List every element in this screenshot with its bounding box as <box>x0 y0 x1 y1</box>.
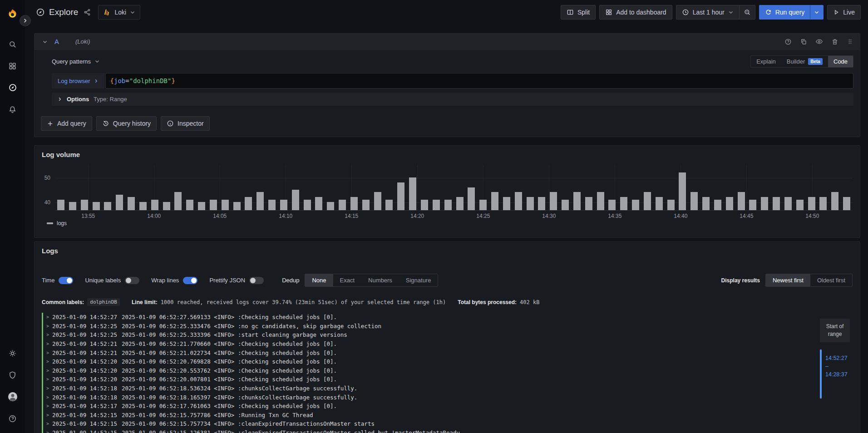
query-row-header[interactable]: A (Loki) <box>35 34 860 50</box>
expand-log-chevron-icon[interactable]: > <box>46 341 49 346</box>
datasource-picker[interactable]: Loki <box>98 5 140 20</box>
log-volume-bar <box>116 195 123 210</box>
log-row[interactable]: >2025-01-09 14:52:152025-01-09 06:52:15.… <box>42 411 801 420</box>
query-editor-body: Query patterns Explain Builder Beta Code <box>35 50 860 111</box>
order-option-oldest-first[interactable]: Oldest first <box>810 274 852 286</box>
play-icon <box>833 9 839 15</box>
query-options-toggle[interactable]: Options Type: Range <box>52 93 853 106</box>
sidebar-item-search[interactable] <box>0 33 25 55</box>
dedup-option-signature[interactable]: Signature <box>399 274 438 286</box>
collapse-query-row-button[interactable] <box>42 39 48 44</box>
expand-log-chevron-icon[interactable]: > <box>46 359 49 364</box>
range-to-time: 14:52:27 <box>825 355 848 361</box>
log-timestamp: 2025-01-09 14:52:25 <box>52 331 117 338</box>
expand-log-chevron-icon[interactable]: > <box>46 377 49 382</box>
log-volume-bar <box>444 200 452 210</box>
toggle-wrap-lines: Wrap lines <box>151 277 197 284</box>
log-row[interactable]: >2025-01-09 14:52:202025-01-09 06:52:20.… <box>42 366 801 375</box>
sidebar-item-dashboards[interactable] <box>0 55 25 77</box>
expand-log-chevron-icon[interactable]: > <box>46 395 49 400</box>
legend-series-swatch[interactable] <box>47 222 53 224</box>
sidebar-item-help[interactable] <box>0 408 25 429</box>
log-row[interactable]: >2025-01-09 14:52:172025-01-09 06:52:17.… <box>42 402 801 411</box>
log-volume-bar <box>315 197 322 210</box>
log-volume-bar <box>374 192 381 210</box>
toggle-switch-time[interactable] <box>59 277 73 284</box>
loki-logo-icon <box>103 9 111 16</box>
order-option-newest-first[interactable]: Newest first <box>766 274 810 286</box>
inspector-button[interactable]: Inspector <box>161 116 210 131</box>
expand-log-chevron-icon[interactable]: > <box>46 315 49 320</box>
hide-query-eye-icon[interactable] <box>815 38 823 45</box>
zoom-out-time-button[interactable] <box>739 5 755 20</box>
expand-log-chevron-icon[interactable]: > <box>46 413 49 418</box>
dedup-option-exact[interactable]: Exact <box>333 274 362 286</box>
log-browser-button[interactable]: Log browser <box>52 73 104 89</box>
expand-log-chevron-icon[interactable]: > <box>46 350 49 355</box>
log-row[interactable]: >2025-01-09 14:52:212025-01-09 06:52:21.… <box>42 348 801 357</box>
log-row[interactable]: >2025-01-09 14:52:182025-01-09 06:52:18.… <box>42 393 801 402</box>
log-volume-bar <box>491 192 498 210</box>
toggle-switch-prettify-json[interactable] <box>249 277 264 284</box>
legend-series-label[interactable]: logs <box>57 220 67 226</box>
expand-log-chevron-icon[interactable]: > <box>46 430 49 433</box>
tab-builder[interactable]: Builder Beta <box>781 56 828 67</box>
live-button[interactable]: Live <box>827 5 861 20</box>
log-row[interactable]: >2025-01-09 14:52:272025-01-09 06:52:27.… <box>42 313 801 322</box>
help-circle-icon[interactable] <box>784 38 792 45</box>
range-selection-bar[interactable] <box>820 349 822 399</box>
log-volume-plot[interactable]: 5040 <box>55 164 853 211</box>
log-row[interactable]: >2025-01-09 14:52:202025-01-09 06:52:20.… <box>42 357 801 366</box>
log-row[interactable]: >2025-01-09 14:52:182025-01-09 06:52:18.… <box>42 384 801 393</box>
expand-log-chevron-icon[interactable]: > <box>46 386 49 391</box>
log-row[interactable]: >2025-01-09 14:52:152025-01-09 06:52:15.… <box>42 428 801 433</box>
logs-meta-row: Common labels: dolphinDB Line limit: 100… <box>42 298 853 306</box>
toggle-label: Time <box>42 277 54 284</box>
split-button[interactable]: Split <box>561 5 596 20</box>
copy-query-icon[interactable] <box>800 38 807 45</box>
toggle-switch-wrap-lines[interactable] <box>183 277 197 284</box>
expand-log-chevron-icon[interactable]: > <box>46 403 49 408</box>
add-query-button[interactable]: Add query <box>41 116 92 131</box>
sidebar-item-alerting[interactable] <box>0 98 25 120</box>
log-volume-bar <box>69 202 76 210</box>
sidebar-item-settings[interactable] <box>0 342 25 364</box>
sidebar-item-security[interactable] <box>0 364 25 386</box>
query-ref-id[interactable]: A <box>54 38 75 45</box>
log-row[interactable]: >2025-01-09 14:52:212025-01-09 06:52:21.… <box>42 340 801 349</box>
drag-handle-icon[interactable] <box>847 38 853 45</box>
expand-log-chevron-icon[interactable]: > <box>46 368 49 373</box>
dedup-option-none[interactable]: None <box>305 274 333 286</box>
log-row[interactable]: >2025-01-09 14:52:202025-01-09 06:52:20.… <box>42 375 801 384</box>
tab-code[interactable]: Code <box>828 56 853 67</box>
share-shortlink-button[interactable] <box>84 9 91 16</box>
tab-explain[interactable]: Explain <box>751 56 781 67</box>
run-query-button[interactable]: Run query <box>759 5 810 20</box>
expand-log-chevron-icon[interactable]: > <box>46 332 49 337</box>
query-history-button[interactable]: Query history <box>96 116 157 131</box>
toolbar-actions: Split Add to dashboard Last 1 hour <box>561 5 861 20</box>
log-volume-chart[interactable]: 5040 13:5514:0014:0514:1014:1514:2014:25… <box>55 164 853 226</box>
query-patterns-dropdown[interactable]: Query patterns <box>52 58 100 65</box>
dedup-option-numbers[interactable]: Numbers <box>361 274 399 286</box>
logql-query-input[interactable]: {job="dolphinDB"} <box>105 73 853 89</box>
toggle-switch-unique-labels[interactable] <box>125 277 139 284</box>
log-row[interactable]: >2025-01-09 14:52:252025-01-09 06:52:25.… <box>42 330 801 340</box>
log-row[interactable]: >2025-01-09 14:52:152025-01-09 06:52:15.… <box>42 419 801 428</box>
sidebar-item-explore[interactable] <box>0 77 25 98</box>
editor-mode-tabs: Explain Builder Beta Code <box>750 55 853 68</box>
add-to-dashboard-button[interactable]: Add to dashboard <box>599 5 672 20</box>
log-volume-bar <box>796 200 804 210</box>
delete-query-trash-icon[interactable] <box>831 38 838 45</box>
expand-log-chevron-icon[interactable]: > <box>46 421 49 426</box>
log-volume-bar <box>57 200 64 210</box>
expand-sidebar-button[interactable] <box>20 15 31 26</box>
toggle-prettify-json: Prettify JSON <box>209 277 264 284</box>
time-range-button[interactable]: Last 1 hour <box>676 5 739 20</box>
start-of-range-button[interactable]: Start of range <box>820 319 850 342</box>
expand-log-chevron-icon[interactable]: > <box>46 324 49 329</box>
run-query-dropdown[interactable] <box>810 5 824 20</box>
help-circle-icon <box>8 414 17 423</box>
log-row[interactable]: >2025-01-09 14:52:252025-01-09 06:52:25.… <box>42 322 801 331</box>
sidebar-item-profile[interactable] <box>0 386 25 408</box>
